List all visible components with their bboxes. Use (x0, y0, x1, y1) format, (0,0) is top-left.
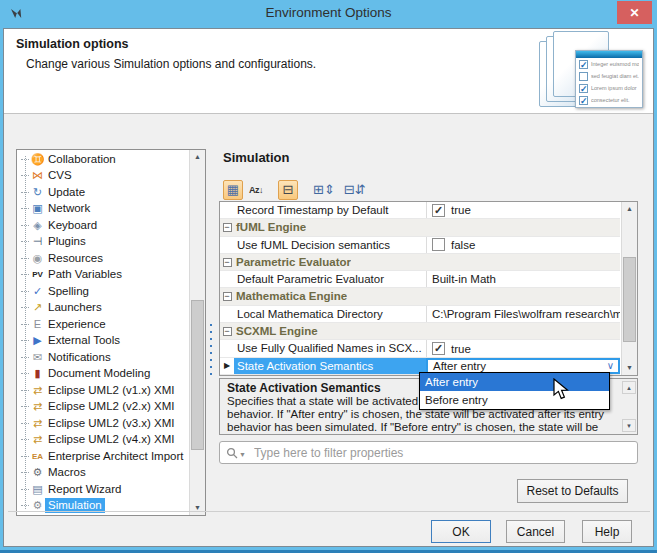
collapse-icon[interactable]: − (223, 258, 232, 267)
page-title: Simulation options (16, 37, 129, 51)
dropdown-option[interactable]: After entry (420, 373, 609, 391)
sort-alphabetically-button[interactable]: Az↓ (246, 180, 266, 200)
tree-item-external-tools[interactable]: ▶External Tools (21, 333, 188, 350)
options-artwork: ✓Integer euismod mollissed feugiat diam … (533, 31, 647, 111)
row-gutter (220, 202, 234, 218)
collapse-all-button[interactable]: ⊟⇵ (341, 180, 369, 200)
tree-item-collaboration[interactable]: ♊Collaboration (21, 151, 188, 168)
keyboard-icon: ◈ (30, 218, 45, 233)
checked-checkbox[interactable]: ✓ (432, 342, 445, 355)
launchers-icon: ↗ (30, 300, 45, 315)
scroll-up-icon[interactable]: ▲ (622, 381, 636, 394)
dropdown-option[interactable]: Before entry (420, 391, 609, 409)
property-row[interactable]: Use Fully Qualified Names in SCX...✓true (220, 340, 620, 357)
xmi-export-icon: ⇄ (30, 432, 45, 447)
collapse-icon[interactable]: − (223, 292, 232, 301)
row-gutter (220, 306, 234, 322)
property-row[interactable]: Use fUML Decision semanticsfalse (220, 237, 620, 254)
checked-checkbox[interactable]: ✓ (432, 204, 445, 217)
tree-item-experience[interactable]: EExperience (21, 316, 188, 333)
path-variables-icon: PV (30, 267, 45, 282)
reset-to-defaults-button[interactable]: Reset to Defaults (517, 479, 628, 503)
tree-item-cvs[interactable]: ⋈CVS (21, 168, 188, 185)
tree-item-label: External Tools (45, 333, 123, 348)
property-value[interactable]: ✓true (426, 202, 620, 218)
categorized-view-button[interactable]: ▦ (223, 180, 243, 200)
splitter-grip[interactable] (208, 324, 214, 380)
checked-checkbox-icon: ✓ (579, 84, 588, 93)
group-row[interactable]: −SCXML Engine (220, 323, 620, 340)
scroll-up-icon[interactable]: ▲ (190, 150, 205, 164)
tree-item-eclipse-uml2-v1-x-xmi[interactable]: ⇄Eclipse UML2 (v1.x) XMI (21, 382, 188, 399)
property-row[interactable]: Local Mathematica DirectoryC:\Program Fi… (220, 306, 620, 323)
property-value[interactable]: Built-in Math (426, 271, 620, 287)
xmi-export-icon: ⇄ (30, 416, 45, 431)
title-bar[interactable]: Environment Options ✕ (0, 0, 657, 28)
plugins-icon: ⊣ (30, 234, 45, 249)
group-row[interactable]: −Parametric Evaluator (220, 254, 620, 271)
group-expander[interactable]: − (220, 254, 234, 270)
property-label: State Activation Semantics (234, 358, 426, 374)
tree-item-keyboard[interactable]: ◈Keyboard (21, 217, 188, 234)
checked-checkbox-icon: ✓ (579, 60, 588, 69)
tree-item-launchers[interactable]: ↗Launchers (21, 300, 188, 317)
tree-item-label: Eclipse UML2 (v1.x) XMI (45, 383, 178, 398)
tree-item-eclipse-uml2-v2-x-xmi[interactable]: ⇄Eclipse UML2 (v2.x) XMI (21, 399, 188, 416)
scroll-up-icon[interactable]: ▲ (622, 202, 637, 216)
tree-item-notifications[interactable]: ✉Notifications (21, 349, 188, 366)
scroll-down-icon[interactable]: ▼ (622, 419, 636, 432)
property-value[interactable]: ✓true (426, 340, 620, 356)
collapse-icon[interactable]: − (223, 223, 232, 232)
scroll-thumb[interactable] (623, 257, 636, 342)
tree-item-document-modeling[interactable]: ▮Document Modeling (21, 366, 188, 383)
properties-toolbar: ▦Az↓⊟⊞⇕⊟⇵ (223, 179, 372, 201)
collapse-icon[interactable]: − (223, 327, 232, 336)
scroll-down-icon[interactable]: ▼ (622, 361, 637, 375)
notifications-icon: ✉ (30, 350, 45, 365)
dialog-client-area: Simulation options Change various Simula… (3, 28, 654, 547)
tree-item-update[interactable]: ↻Update (21, 184, 188, 201)
property-row[interactable]: Default Parametric EvaluatorBuilt-in Mat… (220, 271, 620, 288)
unchecked-checkbox[interactable] (432, 238, 445, 251)
tree-items: ♊Collaboration⋈CVS↻Update▣Network◈Keyboa… (17, 150, 188, 515)
categorized-view-icon: ▦ (227, 182, 239, 198)
property-value[interactable]: C:\Program Files\wolfram research\math (426, 306, 620, 322)
checklist-row: ✓Lorem ipsum dolor (576, 82, 642, 94)
group-expander[interactable]: − (220, 288, 234, 304)
tree-item-eclipse-uml2-v3-x-xmi[interactable]: ⇄Eclipse UML2 (v3.x) XMI (21, 415, 188, 432)
expand-all-button[interactable]: ⊞⇕ (310, 180, 338, 200)
scroll-thumb[interactable] (191, 300, 204, 450)
tree-item-eclipse-uml2-v4-x-xmi[interactable]: ⇄Eclipse UML2 (v4.x) XMI (21, 432, 188, 449)
scroll-down-icon[interactable]: ▼ (190, 501, 205, 515)
show-description-button[interactable]: ⊟ (278, 180, 298, 200)
tree-item-report-wizard[interactable]: ▤Report Wizard (21, 481, 188, 498)
property-value[interactable]: false (426, 237, 620, 253)
tree-item-plugins[interactable]: ⊣Plugins (21, 234, 188, 251)
ok-button[interactable]: OK (431, 520, 491, 543)
chevron-down-icon[interactable]: ∨ (607, 360, 614, 371)
tree-item-path-variables[interactable]: PVPath Variables (21, 267, 188, 284)
tree-item-enterprise-architect-import[interactable]: EAEnterprise Architect Import (21, 448, 188, 465)
group-row[interactable]: −fUML Engine (220, 219, 620, 236)
tree-item-network[interactable]: ▣Network (21, 201, 188, 218)
filter-field[interactable]: ▼ (219, 441, 638, 464)
property-row[interactable]: Record Timestamp by Default✓true (220, 202, 620, 219)
property-label: Default Parametric Evaluator (234, 271, 426, 287)
checklist-row-text: Lorem ipsum dolor (591, 85, 637, 91)
help-button[interactable]: Help (582, 520, 632, 543)
filter-input[interactable] (252, 445, 631, 461)
table-scrollbar[interactable]: ▲ ▼ (621, 202, 637, 375)
tree-scrollbar[interactable]: ▲ ▼ (189, 150, 205, 515)
group-row[interactable]: −Mathematica Engine (220, 288, 620, 305)
tree-item-label: Eclipse UML2 (v4.x) XMI (45, 432, 178, 447)
cancel-button[interactable]: Cancel (506, 520, 565, 543)
tree-item-resources[interactable]: ◉Resources (21, 250, 188, 267)
group-expander[interactable]: − (220, 219, 234, 235)
tree-item-macros[interactable]: ⚙Macros (21, 465, 188, 482)
tree-item-spelling[interactable]: ✓Spelling (21, 283, 188, 300)
xmi-export-icon: ⇄ (30, 383, 45, 398)
close-button[interactable]: ✕ (617, 1, 652, 24)
property-label: Use fUML Decision semantics (234, 237, 426, 253)
group-expander[interactable]: − (220, 323, 234, 339)
filter-options-caret-icon[interactable]: ▼ (239, 451, 246, 458)
